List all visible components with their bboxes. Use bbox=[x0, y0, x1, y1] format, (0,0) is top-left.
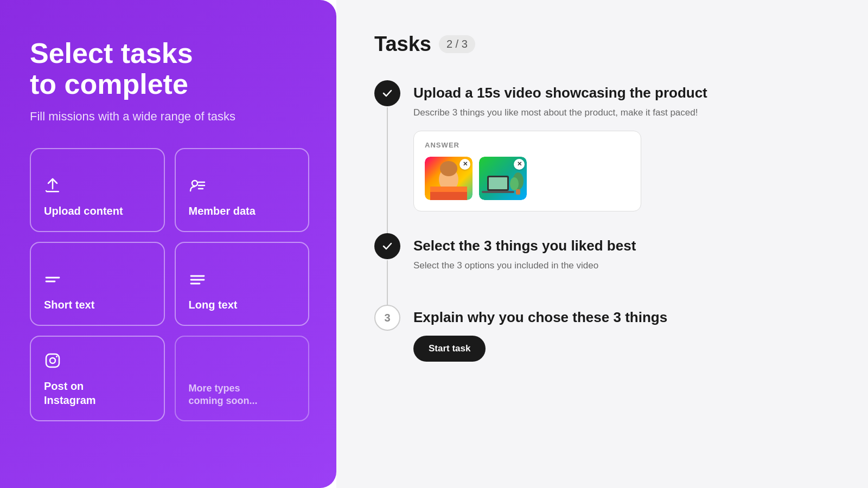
card-short-text[interactable]: Short text bbox=[30, 242, 165, 326]
card-long-text-label: Long text bbox=[189, 298, 296, 312]
task-item-3: 3 Explain why you chose these 3 things S… bbox=[374, 305, 830, 362]
task-2-title: Select the 3 things you liked best bbox=[413, 237, 830, 254]
short-text-icon bbox=[44, 271, 151, 288]
member-icon bbox=[189, 177, 296, 194]
task-1-step-circle bbox=[374, 80, 400, 106]
svg-point-25 bbox=[510, 177, 519, 190]
svg-point-12 bbox=[50, 358, 55, 363]
svg-rect-22 bbox=[489, 177, 507, 189]
tasks-header: Tasks 2 / 3 bbox=[374, 33, 830, 56]
task-1-answer-images: ✕ bbox=[425, 157, 630, 200]
task-item-2: Select the 3 things you liked best Selec… bbox=[374, 233, 830, 305]
svg-rect-23 bbox=[482, 191, 514, 193]
svg-point-17 bbox=[440, 161, 457, 176]
task-item-1: Upload a 15s video showcasing the produc… bbox=[374, 80, 830, 233]
svg-point-2 bbox=[192, 181, 197, 186]
upload-icon bbox=[44, 177, 151, 194]
right-panel: Tasks 2 / 3 Upload a 15s video showcasin… bbox=[336, 0, 868, 488]
card-upload-content-label: Upload content bbox=[44, 204, 151, 218]
svg-rect-26 bbox=[516, 189, 520, 195]
task-1-thumb-1-close[interactable]: ✕ bbox=[459, 159, 470, 170]
card-post-instagram-label: Post on Instagram bbox=[44, 379, 151, 407]
task-1-content: Upload a 15s video showcasing the produc… bbox=[413, 80, 830, 233]
task-2-step-circle bbox=[374, 233, 400, 259]
start-task-button[interactable]: Start task bbox=[413, 336, 486, 362]
task-1-thumb-2: ✕ bbox=[479, 157, 527, 200]
card-more-types: More types coming soon... bbox=[175, 336, 310, 421]
task-1-desc: Describe 3 things you like most about th… bbox=[413, 106, 830, 120]
card-short-text-label: Short text bbox=[44, 298, 151, 312]
page-title: Select tasks to complete bbox=[30, 38, 309, 100]
task-1-thumb-1: ✕ bbox=[425, 157, 473, 200]
card-member-data-label: Member data bbox=[189, 204, 296, 218]
task-1-thumb-2-close[interactable]: ✕ bbox=[514, 159, 525, 170]
card-post-instagram[interactable]: Post on Instagram bbox=[30, 336, 165, 421]
card-upload-content[interactable]: Upload content bbox=[30, 148, 165, 232]
card-member-data[interactable]: Member data bbox=[175, 148, 310, 232]
card-more-types-label: More types coming soon... bbox=[189, 382, 296, 408]
svg-rect-0 bbox=[46, 191, 59, 192]
task-3-step-number: 3 bbox=[384, 312, 390, 324]
task-type-grid: Upload content Member data bbox=[30, 148, 309, 421]
card-long-text[interactable]: Long text bbox=[175, 242, 310, 326]
long-text-icon bbox=[189, 271, 296, 288]
task-1-title: Upload a 15s video showcasing the produc… bbox=[413, 85, 830, 101]
tasks-progress-badge: 2 / 3 bbox=[439, 35, 475, 53]
task-3-step-col: 3 bbox=[374, 305, 400, 362]
svg-rect-19 bbox=[430, 187, 467, 192]
task-2-content: Select the 3 things you liked best Selec… bbox=[413, 233, 830, 305]
task-3-step-circle: 3 bbox=[374, 305, 400, 331]
svg-point-13 bbox=[56, 356, 58, 357]
task-1-answer-box: ANSWER bbox=[413, 131, 641, 211]
instagram-icon bbox=[44, 352, 151, 369]
task-2-desc: Select the 3 options you included in the… bbox=[413, 259, 830, 273]
task-1-answer-label: ANSWER bbox=[425, 141, 630, 149]
task-3-title: Explain why you chose these 3 things bbox=[413, 309, 830, 326]
page-subtitle: Fill missions with a wide range of tasks bbox=[30, 110, 309, 124]
task-3-content: Explain why you chose these 3 things Sta… bbox=[413, 305, 830, 362]
task-2-step-col bbox=[374, 233, 400, 305]
tasks-title: Tasks bbox=[374, 33, 431, 56]
task-list: Upload a 15s video showcasing the produc… bbox=[374, 80, 830, 362]
left-panel: Select tasks to complete Fill missions w… bbox=[0, 0, 336, 488]
task-1-step-col bbox=[374, 80, 400, 233]
